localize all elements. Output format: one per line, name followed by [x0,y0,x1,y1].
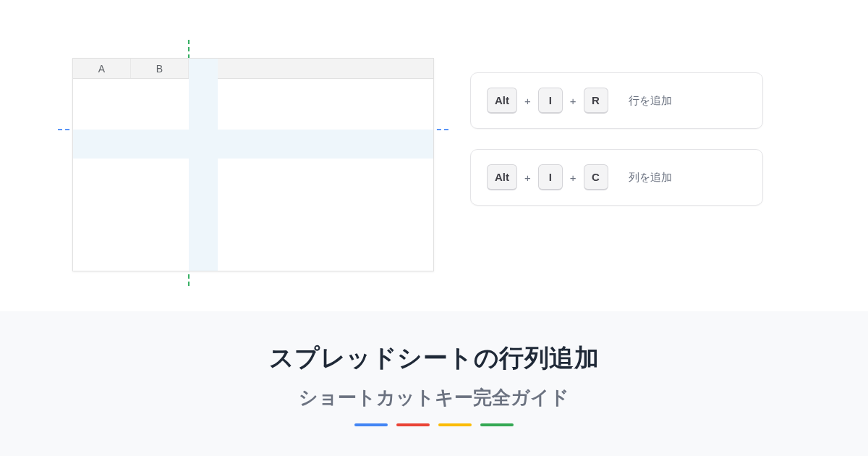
key-separator: + [524,95,531,107]
key-separator: + [570,95,576,107]
inserted-column-highlight [189,59,218,271]
key-separator: + [524,172,531,184]
shortcut-label: 列を追加 [629,171,672,185]
key-combo: Alt + I + R [487,88,608,114]
column-header-a: A [73,59,131,78]
key-r: R [584,88,608,114]
shortcut-card-add-column: Alt + I + C 列を追加 [470,149,763,206]
key-i: I [538,88,563,114]
illustration-area: A B C Alt + I + R 行を追加 Alt + I + [0,0,868,311]
spreadsheet-mock: A B C [72,58,434,271]
accent-bar-yellow [438,423,472,426]
page-title: スプレッドシートの行列追加 [269,342,600,375]
key-c: C [584,164,608,190]
sheet-body [73,79,433,271]
key-separator: + [570,172,576,184]
key-i: I [538,164,563,190]
shortcut-card-add-row: Alt + I + R 行を追加 [470,72,763,129]
inserted-row-highlight [73,130,433,159]
accent-bar-blue [354,423,388,426]
shortcut-label: 行を追加 [629,94,672,108]
key-alt: Alt [487,88,517,114]
page-subtitle: ショートカットキー完全ガイド [299,385,569,410]
accent-bar-red [396,423,430,426]
title-band: スプレッドシートの行列追加 ショートカットキー完全ガイド [0,311,868,456]
column-header-b: B [131,59,189,78]
key-combo: Alt + I + C [487,164,608,190]
key-alt: Alt [487,164,517,190]
accent-underline [354,423,514,426]
accent-bar-green [480,423,514,426]
shortcut-list: Alt + I + R 行を追加 Alt + I + C 列を追加 [470,72,763,226]
column-header-row: A B C [73,59,433,79]
